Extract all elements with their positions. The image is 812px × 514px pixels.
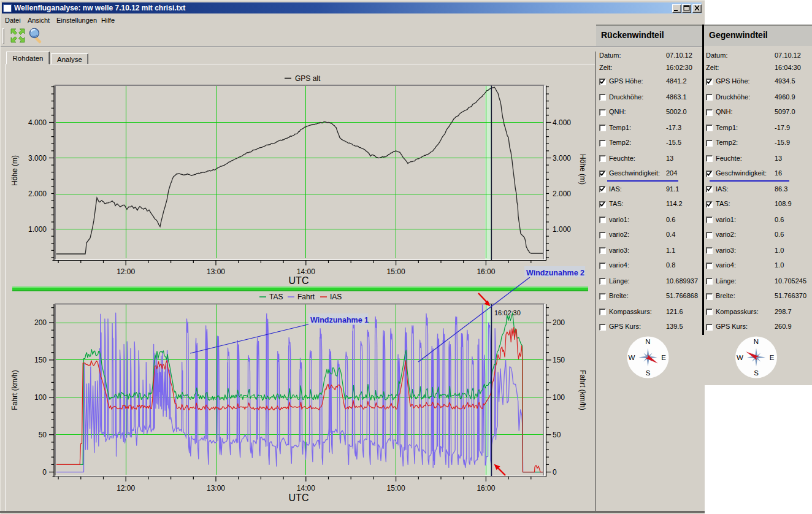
svg-text:4.000: 4.000	[553, 118, 571, 127]
svg-text:Windzunahme 1: Windzunahme 1	[310, 316, 369, 324]
svg-text:1.000: 1.000	[28, 225, 47, 234]
svg-text:UTC: UTC	[289, 493, 309, 503]
svg-text:S: S	[646, 369, 651, 377]
svg-text:13:00: 13:00	[207, 267, 225, 276]
svg-text:14:00: 14:00	[297, 484, 315, 493]
svg-text:Höhe (m): Höhe (m)	[578, 154, 587, 185]
svg-text:14:00: 14:00	[297, 267, 315, 276]
svg-text:13:00: 13:00	[207, 484, 225, 493]
svg-text:UTC: UTC	[289, 275, 309, 286]
svg-text:E: E	[661, 354, 666, 361]
svg-text:12:00: 12:00	[117, 484, 135, 493]
svg-text:GPS alt: GPS alt	[295, 74, 321, 83]
svg-text:TAS: TAS	[269, 293, 283, 301]
svg-text:150: 150	[553, 356, 565, 364]
svg-text:150: 150	[34, 356, 47, 364]
svg-text:2.000: 2.000	[553, 190, 571, 198]
svg-text:2.000: 2.000	[28, 190, 47, 198]
svg-text:200: 200	[553, 318, 565, 327]
svg-text:Fahrt (km/h): Fahrt (km/h)	[578, 370, 587, 410]
svg-text:0: 0	[42, 468, 47, 477]
svg-text:W: W	[737, 354, 743, 361]
svg-text:100: 100	[34, 393, 47, 402]
svg-text:E: E	[770, 354, 775, 361]
svg-text:Höhe (m): Höhe (m)	[10, 155, 19, 186]
svg-text:W: W	[629, 354, 635, 361]
svg-text:1.000: 1.000	[553, 225, 571, 234]
svg-text:16:00: 16:00	[477, 484, 495, 493]
svg-text:S: S	[754, 369, 759, 377]
svg-text:50: 50	[39, 431, 47, 439]
svg-text:50: 50	[553, 431, 561, 439]
svg-text:3.000: 3.000	[553, 154, 571, 163]
svg-text:200: 200	[34, 318, 47, 327]
svg-text:IAS: IAS	[330, 293, 342, 301]
svg-text:16:00: 16:00	[477, 267, 495, 276]
svg-text:15:00: 15:00	[387, 484, 405, 493]
svg-text:N: N	[754, 338, 759, 345]
svg-text:Fahrt: Fahrt	[297, 293, 315, 301]
svg-text:16:02:30: 16:02:30	[494, 309, 521, 316]
svg-text:3.000: 3.000	[28, 154, 47, 163]
svg-text:Fahrt (km/h): Fahrt (km/h)	[10, 370, 19, 410]
svg-text:0: 0	[553, 468, 557, 477]
svg-text:12:00: 12:00	[117, 267, 135, 276]
svg-text:N: N	[645, 338, 650, 345]
svg-text:Windzunahme 2: Windzunahme 2	[526, 269, 584, 277]
svg-text:15:00: 15:00	[387, 267, 405, 276]
svg-text:100: 100	[553, 393, 565, 402]
svg-text:4.000: 4.000	[28, 118, 47, 127]
